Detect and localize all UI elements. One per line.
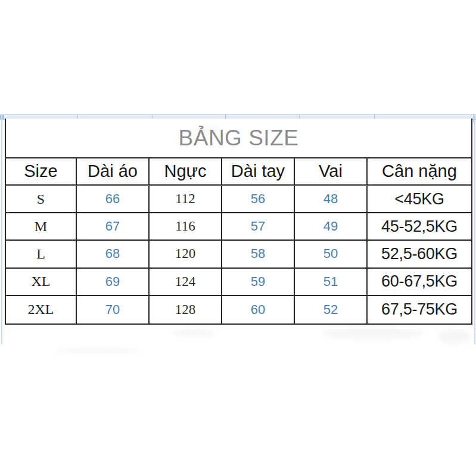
- watermark-smudge: [322, 326, 423, 340]
- size-chart-title: BẢNG SIZE: [179, 126, 299, 151]
- gridline-left-edge: [1, 114, 2, 344]
- cell-size-2xl: 2XL: [6, 296, 77, 323]
- gridline-right-edge: [474, 114, 475, 344]
- cell-can-nang-s: <45KG: [368, 186, 471, 213]
- cell-dai-tay-l: 58: [222, 241, 295, 268]
- cell-vai-xl: 51: [295, 269, 368, 296]
- cell-nguc-xl: 124: [150, 269, 222, 296]
- cell-dai-ao-xl: 69: [77, 269, 150, 296]
- cell-can-nang-m: 45-52,5KG: [368, 213, 471, 241]
- cell-vai-l: 50: [295, 241, 368, 268]
- cell-nguc-2xl: 128: [150, 296, 222, 323]
- cell-vai-s: 48: [295, 186, 368, 213]
- column-header-size: Size: [6, 158, 77, 186]
- cell-can-nang-xl: 60-67,5KG: [368, 269, 471, 296]
- cell-dai-ao-l: 68: [77, 241, 150, 268]
- watermark-smudge: [57, 349, 140, 353]
- cell-nguc-l: 120: [150, 241, 222, 268]
- cell-size-s: S: [6, 186, 77, 213]
- size-chart-title-row: BẢNG SIZE: [6, 119, 471, 158]
- size-chart-table: BẢNG SIZE Size Dài áo Ngực Dài tay Vai C…: [5, 119, 472, 325]
- cell-dai-tay-m: 57: [222, 213, 295, 241]
- column-header-can-nang: Cân nặng: [368, 158, 471, 186]
- cell-dai-tay-s: 56: [222, 186, 295, 213]
- watermark-smudge: [438, 329, 471, 344]
- cell-vai-m: 49: [295, 213, 368, 241]
- cell-dai-tay-xl: 59: [222, 269, 295, 296]
- gridline-tick: [473, 115, 474, 122]
- size-chart-grid: Size Dài áo Ngực Dài tay Vai Cân nặng S …: [6, 158, 471, 323]
- cell-nguc-m: 116: [150, 213, 222, 241]
- cell-dai-ao-s: 66: [77, 186, 150, 213]
- size-chart-page: BẢNG SIZE Size Dài áo Ngực Dài tay Vai C…: [0, 0, 476, 476]
- cell-vai-2xl: 52: [295, 296, 368, 323]
- cell-size-l: L: [6, 241, 77, 268]
- column-header-dai-tay: Dài tay: [222, 158, 295, 186]
- cell-dai-ao-m: 67: [77, 213, 150, 241]
- cell-dai-ao-2xl: 70: [77, 296, 150, 323]
- cell-can-nang-l: 52,5-60KG: [368, 241, 471, 268]
- cell-can-nang-2xl: 67,5-75KG: [368, 296, 471, 323]
- column-header-dai-ao: Dài áo: [77, 158, 150, 186]
- cell-dai-tay-2xl: 60: [222, 296, 295, 323]
- column-header-vai: Vai: [295, 158, 368, 186]
- cell-size-m: M: [6, 213, 77, 241]
- watermark-smudge: [173, 329, 214, 337]
- cell-size-xl: XL: [6, 269, 77, 296]
- column-header-nguc: Ngực: [150, 158, 222, 186]
- cell-nguc-s: 112: [150, 186, 222, 213]
